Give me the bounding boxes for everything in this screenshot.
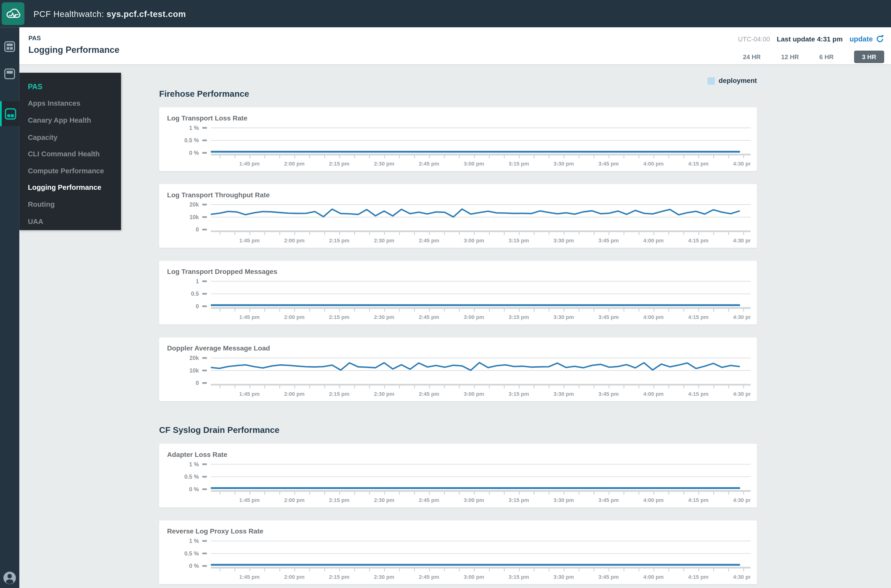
- svg-text:2:00 pm: 2:00 pm: [284, 161, 304, 167]
- last-update-label: Last update 4:31 pm: [777, 35, 843, 43]
- svg-text:3:00 pm: 3:00 pm: [464, 161, 484, 167]
- svg-text:4:00 pm: 4:00 pm: [643, 237, 664, 244]
- svg-text:3:30 pm: 3:30 pm: [554, 574, 574, 580]
- svg-text:1:45 pm: 1:45 pm: [239, 497, 260, 503]
- y-axis-labels: 1 %0.5 %0 %: [167, 536, 211, 582]
- chart-legend: deployment: [159, 76, 757, 86]
- svg-text:2:15 pm: 2:15 pm: [329, 574, 350, 580]
- y-axis-labels: 10.50: [167, 277, 211, 322]
- svg-text:3:15 pm: 3:15 pm: [508, 161, 529, 167]
- chart-card: Log Transport Dropped Messages 10.50 1:4…: [159, 261, 757, 324]
- sidebar-item-logging-performance[interactable]: Logging Performance: [28, 179, 121, 196]
- range-3hr-selected[interactable]: 3 HR: [854, 51, 884, 63]
- left-icon-rail: [0, 27, 20, 588]
- rail-item-dashboard-grid[interactable]: [0, 35, 20, 58]
- sidebar-item-uaa[interactable]: UAA: [28, 213, 121, 230]
- line-chart: 1:45 pm2:00 pm2:15 pm2:30 pm2:45 pm3:00 …: [211, 536, 751, 582]
- svg-text:2:30 pm: 2:30 pm: [374, 314, 394, 320]
- user-avatar[interactable]: [0, 571, 20, 585]
- svg-text:1:45 pm: 1:45 pm: [239, 314, 260, 320]
- svg-text:4:00 pm: 4:00 pm: [643, 161, 664, 167]
- svg-text:3:00 pm: 3:00 pm: [464, 497, 484, 503]
- svg-text:3:15 pm: 3:15 pm: [508, 497, 529, 503]
- y-tick-label: 1 %: [189, 461, 207, 467]
- svg-text:1:45 pm: 1:45 pm: [239, 391, 260, 397]
- svg-text:3:00 pm: 3:00 pm: [464, 574, 484, 580]
- y-tick-label: 1 %: [189, 538, 207, 544]
- svg-text:3:45 pm: 3:45 pm: [598, 497, 619, 503]
- svg-text:1:45 pm: 1:45 pm: [239, 237, 260, 244]
- svg-text:2:15 pm: 2:15 pm: [329, 237, 350, 244]
- sidebar-item-apps-instances[interactable]: Apps Instances: [28, 95, 121, 112]
- chart-card: Log Transport Loss Rate 1 %0.5 %0 % 1:45…: [159, 107, 757, 171]
- svg-text:2:15 pm: 2:15 pm: [329, 314, 350, 320]
- svg-text:3:30 pm: 3:30 pm: [554, 237, 574, 244]
- y-axis-labels: 20k10k0: [167, 353, 211, 399]
- refresh-icon: [876, 34, 884, 43]
- cf-syslog-charts: Adapter Loss Rate 1 %0.5 %0 % 1:45 pm2:0…: [159, 444, 757, 584]
- line-chart: 1:45 pm2:00 pm2:15 pm2:30 pm2:45 pm3:00 …: [211, 200, 751, 246]
- sidebar-item-routing[interactable]: Routing: [28, 196, 121, 213]
- chart-title: Reverse Log Proxy Loss Rate: [167, 527, 757, 536]
- sidebar-item-compute-performance[interactable]: Compute Performance: [28, 162, 121, 179]
- svg-text:4:00 pm: 4:00 pm: [643, 314, 664, 320]
- legend-swatch-deployment: [707, 77, 714, 84]
- rail-item-dashboards-active[interactable]: [0, 101, 20, 126]
- chart-title: Adapter Loss Rate: [167, 451, 757, 459]
- line-chart: 1:45 pm2:00 pm2:15 pm2:30 pm2:45 pm3:00 …: [211, 353, 751, 399]
- svg-text:2:30 pm: 2:30 pm: [374, 497, 394, 503]
- chart-card: Adapter Loss Rate 1 %0.5 %0 % 1:45 pm2:0…: [159, 444, 757, 507]
- y-tick-label: 20k: [189, 201, 207, 208]
- svg-text:3:15 pm: 3:15 pm: [508, 237, 529, 244]
- y-axis-labels: 1 %0.5 %0 %: [167, 460, 211, 506]
- svg-text:4:30 pm: 4:30 pm: [733, 314, 751, 320]
- svg-text:2:15 pm: 2:15 pm: [329, 391, 350, 397]
- y-tick-label: 10k: [189, 368, 207, 374]
- page-title: Logging Performance: [28, 45, 120, 55]
- svg-text:4:30 pm: 4:30 pm: [733, 497, 751, 503]
- svg-text:4:15 pm: 4:15 pm: [688, 161, 708, 167]
- y-tick-label: 0 %: [189, 563, 207, 569]
- sidebar-item-pas[interactable]: PAS: [28, 78, 121, 95]
- app-title: PCF Healthwatch: sys.pcf.cf-test.com: [33, 9, 186, 18]
- svg-text:2:00 pm: 2:00 pm: [284, 391, 304, 397]
- chart-title: Doppler Average Message Load: [167, 344, 757, 352]
- y-tick-label: 0.5 %: [184, 137, 207, 144]
- svg-text:4:15 pm: 4:15 pm: [688, 497, 708, 503]
- range-12hr[interactable]: 12 HR: [781, 53, 799, 60]
- svg-text:1:45 pm: 1:45 pm: [239, 574, 260, 580]
- chart-title: Log Transport Throughput Rate: [167, 191, 757, 199]
- svg-text:4:15 pm: 4:15 pm: [688, 237, 708, 244]
- svg-text:2:45 pm: 2:45 pm: [419, 161, 439, 167]
- range-24hr[interactable]: 24 HR: [743, 53, 760, 60]
- sidebar-item-cli-command-health[interactable]: CLI Command Health: [28, 146, 121, 162]
- update-button[interactable]: update: [849, 34, 884, 43]
- update-label: update: [849, 35, 873, 43]
- y-tick-label: 20k: [189, 355, 207, 361]
- svg-text:2:45 pm: 2:45 pm: [419, 237, 439, 244]
- svg-text:2:45 pm: 2:45 pm: [419, 497, 439, 503]
- page-header: PAS Logging Performance UTC-04:00 Last u…: [20, 27, 891, 64]
- y-tick-label: 10k: [189, 214, 207, 220]
- svg-text:3:00 pm: 3:00 pm: [464, 314, 484, 320]
- svg-text:2:30 pm: 2:30 pm: [374, 237, 394, 244]
- healthwatch-logo[interactable]: [2, 2, 24, 25]
- chart-title: Log Transport Dropped Messages: [167, 268, 757, 276]
- user-avatar-icon: [3, 571, 16, 585]
- svg-text:3:30 pm: 3:30 pm: [554, 497, 574, 503]
- rail-item-panel[interactable]: [0, 63, 20, 86]
- y-tick-label: 0: [196, 226, 207, 232]
- main-content: deployment Firehose Performance Log Tran…: [20, 64, 891, 588]
- svg-text:2:15 pm: 2:15 pm: [329, 497, 350, 503]
- svg-text:4:30 pm: 4:30 pm: [733, 391, 751, 397]
- sidebar-item-capacity[interactable]: Capacity: [28, 129, 121, 146]
- svg-text:4:15 pm: 4:15 pm: [688, 574, 708, 580]
- svg-text:2:15 pm: 2:15 pm: [329, 161, 350, 167]
- y-axis-labels: 1 %0.5 %0 %: [167, 123, 211, 169]
- y-tick-label: 0.5 %: [184, 474, 207, 480]
- svg-text:2:00 pm: 2:00 pm: [284, 314, 304, 320]
- range-6hr[interactable]: 6 HR: [819, 53, 834, 60]
- timezone-label: UTC-04:00: [738, 36, 770, 42]
- cloud-pulse-icon: [5, 6, 21, 22]
- sidebar-item-canary-app-health[interactable]: Canary App Health: [28, 112, 121, 129]
